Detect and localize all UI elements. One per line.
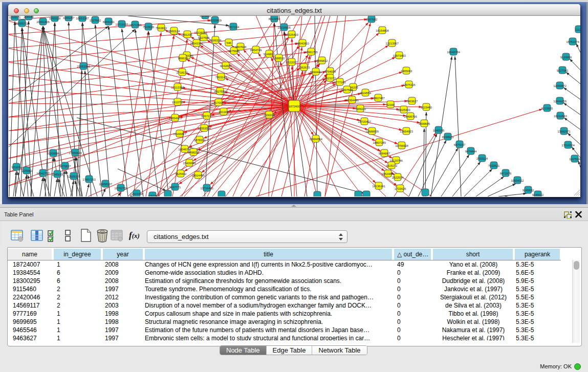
svg-text:9498222: 9498222 (188, 150, 200, 154)
svg-text:19384554: 19384554 (309, 137, 322, 141)
svg-text:9777169: 9777169 (334, 80, 346, 84)
svg-text:209140: 209140 (24, 16, 34, 18)
svg-text:9699695: 9699695 (419, 122, 430, 125)
svg-text:10807487: 10807487 (372, 96, 385, 100)
svg-text:15751074: 15751074 (566, 40, 579, 43)
svg-text:10120746: 10120746 (389, 159, 403, 162)
svg-text:8427552: 8427552 (214, 90, 226, 93)
svg-text:1527602: 1527602 (90, 18, 101, 22)
svg-text:29053346: 29053346 (77, 64, 90, 68)
svg-text:9227342: 9227342 (557, 69, 569, 72)
svg-text:7663822: 7663822 (156, 26, 167, 30)
svg-text:10688609: 10688609 (365, 129, 379, 133)
svg-text:17857253: 17857253 (82, 178, 96, 181)
svg-text:21364436: 21364436 (345, 98, 359, 102)
svg-text:16671355: 16671355 (128, 23, 142, 27)
svg-text:817004: 817004 (213, 101, 224, 104)
svg-text:16543382: 16543382 (190, 41, 203, 45)
svg-text:14495756: 14495756 (404, 115, 417, 118)
svg-text:1115682: 1115682 (21, 169, 32, 172)
svg-text:7803144: 7803144 (215, 75, 227, 79)
svg-text:2687682: 2687682 (366, 17, 378, 21)
svg-text:3624554: 3624554 (360, 91, 372, 95)
svg-text:17016504: 17016504 (561, 143, 575, 147)
svg-text:10653287: 10653287 (76, 16, 89, 20)
svg-text:10958107: 10958107 (99, 182, 112, 186)
svg-text:9975837: 9975837 (59, 164, 71, 168)
svg-text:933001: 933001 (11, 165, 21, 169)
svg-text:13226058: 13226058 (194, 31, 207, 34)
svg-text:7515536: 7515536 (143, 25, 155, 29)
svg-text:18807249: 18807249 (373, 141, 386, 144)
svg-text:1362615: 1362615 (298, 65, 310, 69)
svg-text:3267130: 3267130 (201, 114, 213, 118)
svg-text:19166827: 19166827 (173, 132, 186, 136)
svg-text:1603380: 1603380 (200, 16, 211, 17)
svg-text:8215955: 8215955 (541, 106, 553, 110)
svg-text:2930025: 2930025 (264, 113, 275, 117)
svg-text:8813054: 8813054 (269, 17, 280, 20)
svg-text:10756928: 10756928 (395, 144, 408, 147)
svg-text:8938923: 8938923 (442, 135, 454, 139)
svg-text:1733426: 1733426 (395, 187, 406, 190)
svg-text:9146821: 9146821 (264, 52, 275, 56)
svg-text:12213967: 12213967 (385, 41, 399, 45)
svg-text:12942757: 12942757 (36, 171, 50, 175)
svg-text:9245652: 9245652 (522, 188, 534, 192)
svg-text:10025433: 10025433 (397, 108, 410, 112)
svg-text:989613: 989613 (178, 56, 188, 60)
svg-text:16648784: 16648784 (447, 50, 460, 54)
svg-text:16033809: 16033809 (208, 18, 222, 22)
svg-text:14136141: 14136141 (372, 184, 385, 188)
svg-text:12213363: 12213363 (171, 85, 184, 89)
svg-text:10719155: 10719155 (115, 23, 128, 26)
svg-text:8186328: 8186328 (210, 38, 222, 42)
svg-text:12093872: 12093872 (553, 84, 567, 87)
svg-text:9474444: 9474444 (465, 149, 477, 153)
svg-text:1065287: 1065287 (63, 16, 75, 19)
svg-text:2522514: 2522514 (392, 176, 404, 179)
svg-text:12923448: 12923448 (130, 192, 143, 195)
svg-text:16210643: 16210643 (554, 114, 567, 118)
svg-text:12353594: 12353594 (198, 126, 211, 130)
svg-text:16154808: 16154808 (376, 29, 389, 32)
svg-text:129234: 129234 (147, 194, 158, 197)
svg-text:7857224: 7857224 (228, 25, 239, 29)
svg-text:2718176: 2718176 (177, 71, 188, 74)
svg-text:931300: 931300 (219, 110, 229, 114)
svg-text:18640910: 18640910 (296, 41, 309, 45)
svg-text:1588520: 1588520 (273, 56, 285, 60)
svg-text:1615172: 1615172 (386, 164, 398, 167)
svg-text:9084067: 9084067 (379, 151, 390, 155)
svg-text:13654923: 13654923 (400, 129, 413, 133)
svg-text:20691406: 20691406 (36, 20, 50, 24)
svg-text:1640195: 1640195 (433, 128, 445, 132)
svg-text:5878334: 5878334 (194, 138, 206, 142)
svg-text:1167534: 1167534 (569, 157, 580, 161)
svg-text:20206586: 20206586 (47, 151, 60, 155)
svg-text:12975115: 12975115 (402, 83, 416, 86)
svg-text:62160: 62160 (386, 103, 395, 106)
svg-text:13716465: 13716465 (200, 186, 213, 190)
svg-text:8660124: 8660124 (168, 29, 180, 33)
svg-text:6497568: 6497568 (341, 88, 353, 92)
svg-text:546: 546 (226, 41, 231, 45)
svg-text:9657771: 9657771 (169, 185, 181, 189)
svg-text:2933114: 2933114 (476, 157, 488, 160)
svg-text:13692971: 13692971 (557, 129, 571, 133)
svg-text:15720407: 15720407 (358, 120, 371, 123)
svg-text:19654923: 19654923 (168, 116, 182, 120)
svg-text:8322037: 8322037 (286, 60, 298, 64)
svg-text:7463627: 7463627 (406, 99, 418, 103)
svg-text:1621072: 1621072 (324, 76, 336, 80)
svg-text:7955812: 7955812 (316, 59, 328, 62)
svg-text:1810755: 1810755 (172, 100, 184, 104)
svg-text:17359924: 17359924 (69, 151, 82, 155)
svg-text:7632621: 7632621 (488, 164, 500, 167)
svg-text:10961755: 10961755 (304, 50, 318, 54)
svg-text:12444159: 12444159 (553, 99, 567, 103)
svg-text:16914459: 16914459 (191, 173, 205, 177)
svg-text:8454749: 8454749 (250, 48, 262, 52)
svg-text:16782759: 16782759 (114, 186, 127, 190)
svg-text:9245612: 9245612 (532, 193, 544, 196)
